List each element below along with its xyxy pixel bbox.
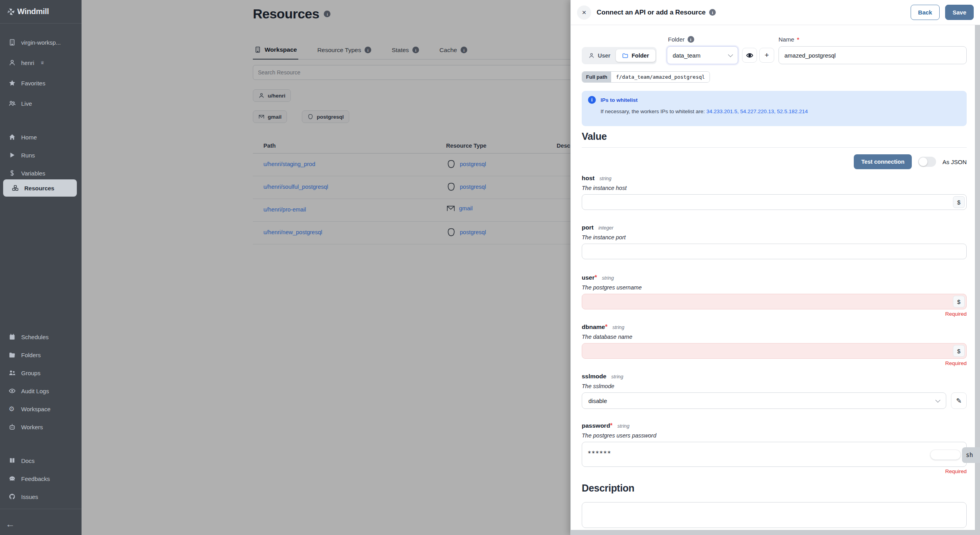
owner-kind-user-label: User <box>598 52 610 59</box>
edit-sslmode-button[interactable]: ✎ <box>951 392 967 409</box>
crown-icon: ♕ <box>40 60 44 65</box>
sidebar-item-issues[interactable]: Issues <box>0 489 82 504</box>
tab-workspace[interactable]: Workspace <box>253 41 298 60</box>
resource-path-link[interactable]: u/henri/new_postgresql <box>263 229 322 235</box>
tab-states[interactable]: States i <box>390 41 421 60</box>
folder-icon <box>9 351 16 358</box>
tab-label: Cache <box>439 47 457 54</box>
alert-ips[interactable]: 34.233.201.5, 54.227.220.13, 52.5.182.21… <box>706 108 808 114</box>
tab-resource-types[interactable]: Resource Types i <box>316 41 373 60</box>
description-textarea[interactable] <box>582 502 967 528</box>
sidebar-item-resources[interactable]: Resources <box>3 179 77 197</box>
resource-type-link[interactable]: postgresql <box>446 226 486 238</box>
field-type: string <box>617 423 630 429</box>
close-icon[interactable]: × <box>577 5 591 20</box>
app-title: Windmill <box>17 7 49 16</box>
tab-label: Resource Types <box>317 47 361 54</box>
gear-icon: ⚙ <box>9 406 16 412</box>
type-filter-chip-postgresql[interactable]: postgresql <box>302 110 349 123</box>
info-icon: i <box>688 36 694 43</box>
required-hint: Required <box>945 468 967 474</box>
resource-path-link[interactable]: u/henri/staging_prod <box>263 161 315 167</box>
chevron-down-icon <box>935 398 940 403</box>
sslmode-select-value: disable <box>588 398 607 404</box>
required-mark: * <box>797 36 799 43</box>
sidebar: Windmill virgin-worksp... henri ♕ Favori… <box>0 0 82 535</box>
resource-type-link[interactable]: gmail <box>446 204 473 213</box>
password-input[interactable]: ****** <box>582 442 967 467</box>
sidebar-item-runs[interactable]: Runs <box>0 147 82 163</box>
plus-icon: + <box>764 51 769 60</box>
chip-label: postgresql <box>317 114 344 120</box>
resource-type-link[interactable]: postgresql <box>446 181 486 193</box>
resource-path-link[interactable]: u/henri/soulful_postgresql <box>263 184 328 190</box>
owner-filter-chip[interactable]: u/henri <box>253 89 291 102</box>
field-password-label: password* string <box>582 422 630 429</box>
sidebar-logo[interactable]: Windmill <box>0 0 82 23</box>
sidebar-item-docs[interactable]: Docs <box>0 453 82 468</box>
sidebar-item-audit-logs[interactable]: Audit Logs <box>0 383 82 399</box>
name-input[interactable] <box>779 46 967 64</box>
sidebar-item-favorites[interactable]: Favorites <box>0 75 82 91</box>
calendar-icon <box>9 333 16 340</box>
full-path: Full path f/data_team/amazed_postgresql <box>582 71 710 83</box>
sidebar-item-user[interactable]: henri ♕ <box>0 55 82 70</box>
sidebar-item-label: Resources <box>24 185 54 192</box>
resource-type-label: postgresql <box>460 184 486 190</box>
sidebar-item-home[interactable]: Home <box>0 129 82 145</box>
folder-select[interactable]: data_team <box>667 46 738 64</box>
resource-path-link[interactable]: u/henri/pro-email <box>263 206 306 213</box>
variable-picker-button[interactable]: $ <box>953 196 965 208</box>
save-button[interactable]: Save <box>945 5 974 20</box>
tab-label: Workspace <box>265 46 297 53</box>
field-password-description: The postgres users password <box>582 432 656 439</box>
dollar-icon <box>9 170 16 177</box>
discord-icon <box>9 475 16 482</box>
field-port-description: The instance port <box>582 234 626 240</box>
sidebar-item-variables[interactable]: Variables <box>0 165 82 181</box>
view-folder-button[interactable] <box>742 48 757 63</box>
folder-field-label: Folder i <box>668 36 694 43</box>
sidebar-item-live[interactable]: Live <box>0 96 82 111</box>
variable-picker-button[interactable]: $ <box>953 345 965 357</box>
collapse-sidebar-button[interactable]: ← <box>5 519 15 530</box>
page-title: Resources i <box>253 6 330 22</box>
dbname-input[interactable] <box>582 343 967 359</box>
sidebar-item-groups[interactable]: Groups <box>0 365 82 381</box>
person-icon <box>588 52 595 59</box>
back-button[interactable]: Back <box>911 5 940 20</box>
tab-cache[interactable]: Cache i <box>438 41 469 60</box>
sidebar-item-schedules[interactable]: Schedules <box>0 329 82 345</box>
owner-kind-folder[interactable]: Folder <box>616 49 655 62</box>
field-sslmode-description: The sslmode <box>582 383 614 389</box>
host-input[interactable] <box>582 194 967 210</box>
sidebar-item-folders[interactable]: Folders <box>0 347 82 363</box>
person-icon <box>9 59 16 66</box>
field-user-label: user* string <box>582 274 614 281</box>
sidebar-item-feedbacks[interactable]: Feedbacks <box>0 471 82 486</box>
user-input[interactable] <box>582 294 967 309</box>
test-connection-button[interactable]: Test connection <box>854 154 912 169</box>
required-mark: * <box>595 274 597 281</box>
field-type: integer <box>599 225 613 231</box>
sslmode-select[interactable]: disable <box>582 392 946 409</box>
name-field-label: Name * <box>779 36 799 43</box>
add-folder-button[interactable]: + <box>759 48 774 63</box>
port-input[interactable] <box>582 244 967 259</box>
drawer-horizontal-scrollbar[interactable] <box>571 530 975 535</box>
owner-kind-user[interactable]: User <box>583 49 616 62</box>
sidebar-item-workspace-settings[interactable]: ⚙ Workspace <box>0 401 82 417</box>
sidebar-item-label: Variables <box>21 170 45 177</box>
info-icon[interactable]: i <box>324 11 330 17</box>
show-password-toggle[interactable] <box>930 450 961 460</box>
resource-type-link[interactable]: postgresql <box>446 158 486 170</box>
sidebar-item-workers[interactable]: Workers <box>0 419 82 435</box>
toggle-knob <box>919 157 927 166</box>
as-json-toggle[interactable] <box>918 157 936 167</box>
info-icon: i <box>709 9 716 16</box>
sidebar-item-workspace-switcher[interactable]: virgin-worksp... <box>0 34 82 50</box>
folder-select-value: data_team <box>673 52 701 59</box>
variable-picker-button[interactable]: $ <box>953 296 965 307</box>
info-icon: i <box>412 47 419 53</box>
type-filter-chip-gmail[interactable]: gmail <box>253 110 287 123</box>
